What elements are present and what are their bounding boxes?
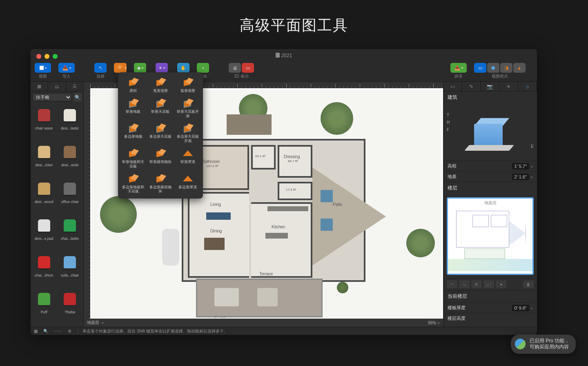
furniture-thumb — [60, 289, 80, 309]
wall-tool-button[interactable]: ▾ — [114, 63, 127, 73]
dropdown-tool-item[interactable]: 多边形屋顶 — [174, 172, 201, 196]
dropdown-tool-item[interactable]: 矩形建筑物块 — [147, 147, 174, 170]
tool-icon — [182, 98, 194, 108]
duplicate-floor-button[interactable]: ⎘ — [471, 280, 482, 288]
share-button[interactable]: 📤▾ — [450, 63, 467, 73]
inspector-tab-4[interactable]: ☀ — [499, 82, 518, 91]
furniture-label: Puff — [41, 310, 47, 314]
furniture-item[interactable]: chai...lastic — [58, 216, 83, 251]
floor-selector[interactable]: 地面层 — [87, 320, 99, 326]
furniture-item[interactable]: chair wave — [31, 105, 57, 141]
dropdown-tool-item[interactable]: 矩形地板和天花板 — [120, 147, 147, 170]
view-button[interactable]: ▾ — [35, 63, 51, 73]
tool-icon — [182, 148, 194, 158]
library-tab-list[interactable]: ☰ — [66, 82, 83, 91]
toolbar-label: 视图 — [39, 74, 47, 79]
furniture-item[interactable]: chai...shion — [31, 252, 57, 288]
zoom-out-icon[interactable]: 🔍 — [43, 329, 48, 333]
inspector-tab-building[interactable]: ⌂ — [518, 82, 537, 91]
add-floor-button[interactable]: ▫₊ — [459, 280, 470, 288]
room-label: Dining — [210, 229, 222, 233]
status-bar: ▦ 🔍 ─○─ ⚙ 单击某个对象进行选择。按住 Shift 键后单击以扩展选择。… — [31, 327, 537, 335]
snap-tool-button[interactable]: ◆▾ — [134, 63, 146, 73]
furniture-item[interactable]: desi...lastic — [58, 105, 83, 141]
table — [204, 238, 225, 250]
furniture-item[interactable]: Puff — [31, 289, 57, 324]
tree — [406, 229, 435, 257]
dropdown-tool-item[interactable]: 弧形墙壁 — [174, 76, 201, 95]
furniture-label: chai...lastic — [61, 237, 79, 241]
floor-down-button[interactable]: ▾ — [496, 280, 506, 288]
minimize-window-button[interactable] — [45, 54, 49, 59]
add-floor-below-button[interactable]: ▫⁺ — [447, 280, 457, 288]
sofa — [206, 212, 231, 220]
delete-floor-button[interactable]: 🗑 — [523, 280, 534, 288]
view-mode-elevation-button[interactable]: ◨ — [500, 63, 512, 73]
grid-toggle-icon[interactable]: ▦ — [34, 329, 38, 333]
close-window-button[interactable] — [36, 54, 41, 59]
dropdown-tool-item[interactable]: 矩形屋顶 — [174, 147, 201, 170]
room-label: Kitchen — [272, 225, 285, 229]
slab-thickness-value[interactable]: 0' 9.8" — [512, 305, 529, 311]
furniture-label: desi...wide — [61, 163, 79, 167]
prop-label: 地基 — [448, 174, 457, 180]
furniture-item[interactable]: office chair — [58, 179, 83, 214]
toolbar-label: 2D 表示 — [234, 74, 249, 79]
dropdown-tool-item[interactable]: 多边形地板 — [120, 121, 147, 145]
dropdown-tool-item[interactable]: 多边形天花板 — [147, 121, 174, 145]
document-title: 2021 — [281, 53, 292, 58]
settings-icon[interactable]: ⚙ — [68, 329, 71, 333]
main-toolbar: ▾ 视图 📥▾ 导入 ↖ 选择 ▾ ◆▾ 贴点 ✦▾ 辅助工具 ✋ 平移 ＋ — [31, 62, 537, 82]
pan-tool-button[interactable]: ✋ — [177, 63, 189, 73]
guides-tool-button[interactable]: ✦▾ — [156, 63, 168, 73]
furniture-item[interactable]: desi...wide — [58, 142, 83, 177]
tool-icon — [127, 123, 139, 133]
axis-label: T — [447, 112, 450, 119]
inspector-tab-2[interactable]: ✎ — [462, 82, 481, 91]
pro-badge-line2: 可购买应用内内容 — [530, 344, 569, 350]
display-mode-2-button[interactable]: ▭ — [242, 63, 254, 73]
zoom-level[interactable]: 55% — [428, 321, 436, 325]
page-title: 高级平面图工具 — [0, 0, 588, 48]
library-tab-tree[interactable]: 🗂 — [48, 82, 66, 91]
furniture-item[interactable]: desi...wood — [31, 179, 57, 214]
library-tab-grid[interactable]: ▦ — [31, 82, 48, 91]
furniture-item[interactable]: desi...s pad — [31, 216, 57, 251]
furniture-thumb — [60, 179, 80, 199]
dropdown-tool-item[interactable]: 多边形天花板开洞 — [174, 121, 201, 145]
foundation-value[interactable]: 2' 1.6" — [512, 174, 529, 180]
zoom-window-button[interactable] — [53, 54, 58, 59]
view-mode-walk-button[interactable]: ▲ — [513, 63, 526, 73]
view-mode-2d-button[interactable]: ▭ — [474, 63, 486, 73]
furniture-item[interactable]: desi...icker — [31, 142, 57, 177]
dropdown-tool-item[interactable]: 矩形地板 — [120, 96, 147, 120]
display-mode-1-button[interactable]: 🖨 — [229, 63, 241, 73]
tool-label: 矩形屋顶 — [180, 160, 195, 164]
dropdown-tool-item[interactable]: 多边形地板和天花板 — [120, 172, 147, 196]
view-mode-3d-button[interactable]: ⬢ — [487, 63, 499, 73]
furniture-thumb — [60, 105, 80, 125]
library-category-select[interactable]: 扶手椅 — [32, 93, 72, 101]
elevation-value[interactable]: 1' 5.7" — [512, 163, 529, 170]
dropdown-tool-item[interactable]: 多边形建筑物块 — [147, 172, 174, 196]
dropdown-tool-item[interactable]: 笔直墙壁 — [147, 76, 174, 95]
floor-preview[interactable]: 地面层 — [447, 197, 534, 275]
zoom-tool-button[interactable]: ＋ — [197, 63, 209, 73]
inspector-tab-3[interactable]: 📷 — [481, 82, 500, 91]
room-area: 89.7 ft² — [288, 159, 298, 163]
room-label: Bathroom — [202, 159, 220, 164]
furniture-item[interactable]: sofa...chair — [58, 252, 83, 288]
title-bar: 2021 — [31, 49, 537, 62]
furniture-item[interactable]: Theba — [58, 289, 83, 324]
add-roof-button[interactable]: ⌂⁺ — [483, 280, 494, 288]
pro-badge[interactable]: 已启用 Pro 功能， 可购买应用内内容 — [511, 335, 576, 354]
floor-preview-title: 地面层 — [448, 200, 532, 206]
furniture-label: chai...shion — [35, 273, 53, 277]
dropdown-tool-item[interactable]: 矩形天花板 — [147, 96, 174, 120]
dropdown-tool-item[interactable]: 房间 — [120, 76, 147, 95]
dropdown-tool-item[interactable]: 矩形天花板开洞 — [174, 96, 201, 120]
search-icon[interactable]: 🔍 — [74, 93, 82, 101]
inspector-tab-1[interactable]: ▭ — [443, 82, 462, 91]
select-tool-button[interactable]: ↖ — [94, 63, 107, 73]
import-button[interactable]: 📥▾ — [58, 63, 75, 73]
